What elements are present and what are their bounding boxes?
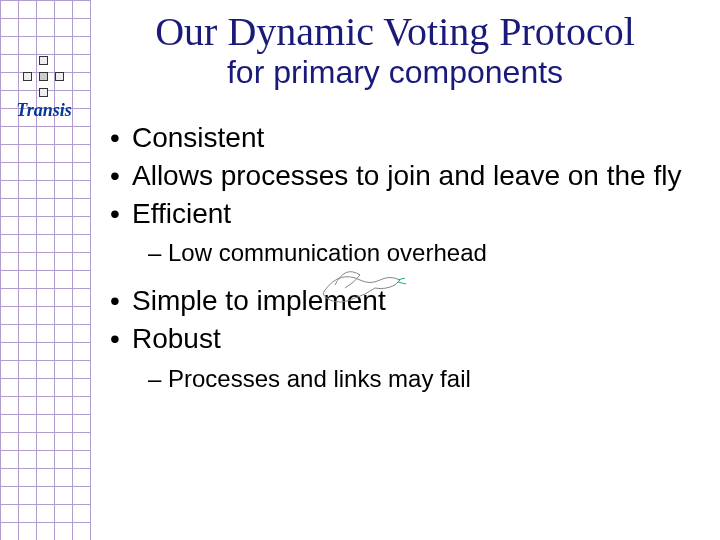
bullet-item: Efficient — [110, 195, 690, 233]
dove-icon — [310, 250, 410, 320]
logo-text: Transis — [4, 100, 84, 121]
sub-bullet-item: Processes and links may fail — [148, 362, 690, 396]
bullet-item: Consistent — [110, 119, 690, 157]
logo-cross-icon — [23, 56, 65, 98]
slide-title: Our Dynamic Voting Protocol — [100, 10, 690, 54]
transis-logo: Transis — [4, 56, 84, 121]
sub-bullet-item: Low communication overhead — [148, 236, 690, 270]
bullet-item: Robust — [110, 320, 690, 358]
slide-subtitle: for primary components — [100, 54, 690, 91]
bullet-item: Allows processes to join and leave on th… — [110, 157, 690, 195]
